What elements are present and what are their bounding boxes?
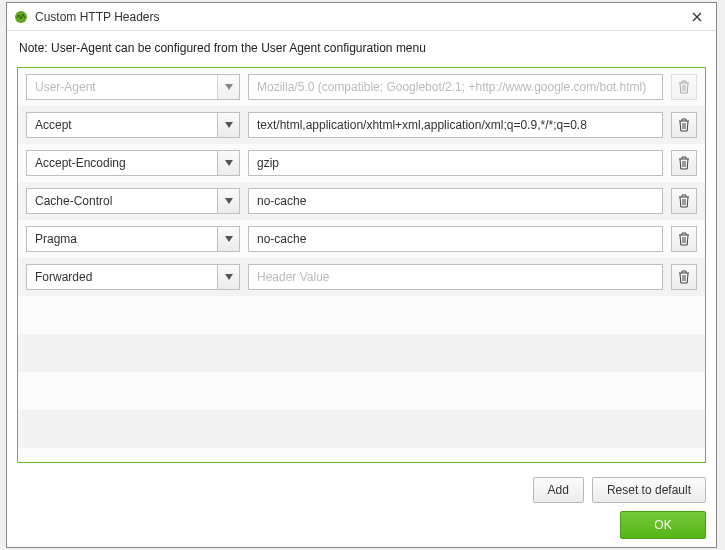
header-name-combo[interactable]: Accept-Encoding [26,150,240,176]
combo-dropdown-button[interactable] [217,113,239,137]
chevron-down-icon [225,122,233,128]
header-name-combo[interactable]: Forwarded [26,264,240,290]
chevron-down-icon [225,198,233,204]
header-value-input[interactable] [248,226,663,252]
close-button[interactable] [684,6,710,28]
header-value-input[interactable] [248,150,663,176]
header-name-value: Cache-Control [27,189,217,213]
header-row: User-Agent [18,68,705,106]
trash-icon [678,270,690,284]
trash-icon [678,194,690,208]
combo-dropdown-button[interactable] [217,189,239,213]
header-value-input[interactable] [248,188,663,214]
header-row: Cache-Control [18,182,705,220]
dialog-window: Custom HTTP Headers Note: User-Agent can… [6,2,717,548]
chevron-down-icon [225,160,233,166]
header-name-value: Forwarded [27,265,217,289]
window-title: Custom HTTP Headers [35,10,684,24]
header-name-value: Accept [27,113,217,137]
trash-icon [678,156,690,170]
delete-button[interactable] [671,112,697,138]
trash-icon [678,118,690,132]
header-value-input[interactable] [248,112,663,138]
delete-button[interactable] [671,150,697,176]
reset-button[interactable]: Reset to default [592,477,706,503]
header-row: Forwarded [18,258,705,296]
app-icon [13,9,29,25]
add-button[interactable]: Add [533,477,584,503]
trash-icon [678,80,690,94]
close-icon [692,12,702,22]
svg-point-0 [15,11,27,23]
header-name-combo[interactable]: Pragma [26,226,240,252]
header-name-value: Pragma [27,227,217,251]
header-value-input[interactable] [248,264,663,290]
chevron-down-icon [225,274,233,280]
titlebar: Custom HTTP Headers [7,3,716,31]
header-name-combo: User-Agent [26,74,240,100]
headers-grid: User-AgentAcceptAccept-EncodingCache-Con… [17,67,706,463]
delete-button[interactable] [671,226,697,252]
footer: Add Reset to default OK [7,471,716,547]
header-name-combo[interactable]: Cache-Control [26,188,240,214]
header-name-value: Accept-Encoding [27,151,217,175]
header-row: Pragma [18,220,705,258]
header-row: Accept [18,106,705,144]
chevron-down-icon [225,84,233,90]
trash-icon [678,232,690,246]
note-text: Note: User-Agent can be configured from … [7,31,716,63]
combo-dropdown-button[interactable] [217,227,239,251]
header-value-input [248,74,663,100]
delete-button [671,74,697,100]
header-name-combo[interactable]: Accept [26,112,240,138]
combo-dropdown-button[interactable] [217,151,239,175]
delete-button[interactable] [671,264,697,290]
header-name-value: User-Agent [27,75,217,99]
grid-filler [18,296,705,462]
combo-dropdown-button [217,75,239,99]
chevron-down-icon [225,236,233,242]
delete-button[interactable] [671,188,697,214]
ok-button[interactable]: OK [620,511,706,539]
header-row: Accept-Encoding [18,144,705,182]
combo-dropdown-button[interactable] [217,265,239,289]
